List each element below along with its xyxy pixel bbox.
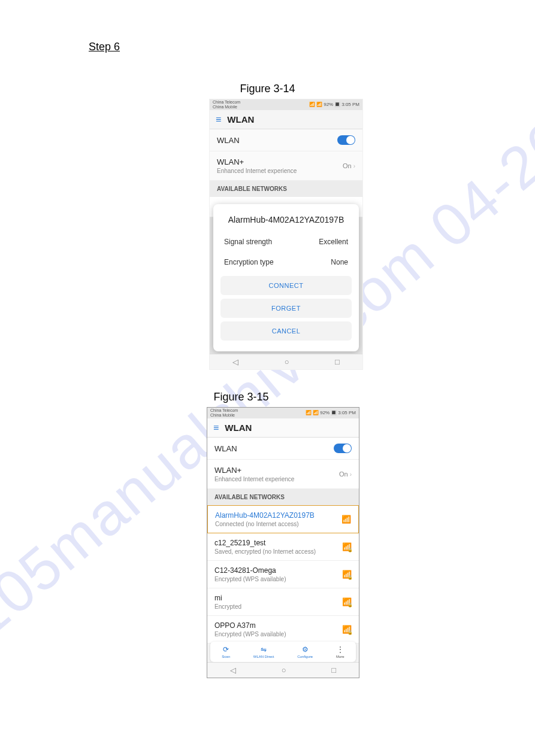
title-bar: ≡ WLAN — [210, 110, 362, 129]
configure-button[interactable]: ⚙ Configure — [297, 645, 313, 658]
network-sub: Encrypted — [214, 603, 241, 610]
connect-button[interactable]: CONNECT — [220, 276, 352, 295]
available-networks-header: AVAILABLE NETWORKS — [210, 181, 362, 197]
carrier-2: China Mobile — [213, 105, 240, 110]
dialog-signal-row: Signal strength Excellent — [213, 232, 359, 252]
scan-label: Scan — [222, 655, 230, 658]
network-sub: Saved, encrypted (no Internet access) — [214, 548, 316, 555]
more-button[interactable]: ⋮ More — [336, 645, 344, 658]
carrier-1: China Telecom — [210, 408, 238, 413]
network-row[interactable]: OPPO A37mEncrypted (WPS available)📶🔒 — [207, 616, 359, 643]
title-bar: ≡ WLAN — [207, 418, 359, 438]
signal-icon: 📶 — [316, 102, 322, 108]
wifi-lock-icon: 📶🔒 — [342, 542, 352, 551]
network-name: C12-34281-Omega — [214, 566, 286, 575]
status-bar: China Telecom China Mobile 📶 📶 92% 🔳 3:0… — [210, 99, 362, 110]
network-row[interactable]: miEncrypted📶🔒 — [207, 588, 359, 616]
phone-screenshot-2: China Telecom China Mobile 📶 📶 92% 🔳 3:0… — [207, 407, 359, 678]
network-sub: Connected (no Internet access) — [215, 521, 315, 527]
network-row[interactable]: c12_25219_testSaved, encrypted (no Inter… — [207, 533, 359, 561]
wifi-lock-icon: 📶🔒 — [342, 570, 352, 579]
wifi-lock-icon: 📶🔒 — [342, 625, 352, 634]
wlan-toggle-row[interactable]: WLAN — [210, 129, 362, 151]
network-sub: Encrypted (WPS available) — [214, 631, 286, 637]
scan-icon: ⟳ — [223, 645, 229, 654]
wlan-toggle[interactable] — [334, 444, 352, 453]
scan-button[interactable]: ⟳ Scan — [222, 645, 230, 658]
status-bar: China Telecom China Mobile 📶 📶 92% 🔳 3:0… — [207, 408, 359, 418]
chevron-right-icon: › — [353, 163, 355, 169]
phone-screenshot-1: China Telecom China Mobile 📶 📶 92% 🔳 3:0… — [209, 99, 363, 370]
encryption-label: Encryption type — [224, 258, 274, 266]
wlan-direct-icon: ⇋ — [261, 645, 267, 654]
more-label: More — [336, 655, 344, 658]
carrier-2: China Mobile — [210, 413, 238, 418]
network-name: c12_25219_test — [214, 539, 316, 547]
figure-caption-1: Figure 3-14 — [0, 83, 535, 95]
wlan-plus-value: On› — [339, 470, 352, 478]
android-nav-bar: ◁ ○ □ — [207, 662, 359, 678]
nav-home-icon[interactable]: ○ — [282, 666, 286, 675]
menu-icon[interactable]: ≡ — [213, 423, 219, 433]
network-sub: Encrypted (WPS available) — [214, 576, 286, 582]
battery-pct: 92% — [324, 102, 333, 108]
wlan-plus-sub: Enhanced Internet experience — [214, 476, 294, 482]
network-name: AlarmHub-4M02A12YAZ0197B — [215, 511, 315, 520]
figure-caption-2: Figure 3-15 — [0, 391, 482, 403]
wlan-toggle-row[interactable]: WLAN — [207, 438, 359, 460]
cancel-button[interactable]: CANCEL — [220, 321, 352, 341]
nav-back-icon[interactable]: ◁ — [230, 666, 236, 675]
wlan-plus-label: WLAN+ — [217, 157, 297, 166]
carrier-1: China Telecom — [213, 100, 240, 105]
wlan-plus-sub: Enhanced Internet experience — [217, 168, 297, 174]
clock: 3:05 PM — [338, 411, 356, 416]
available-networks-header: AVAILABLE NETWORKS — [207, 489, 359, 505]
wifi-status-icon: 📶 — [306, 411, 312, 416]
page-title: WLAN — [227, 114, 254, 125]
configure-label: Configure — [297, 655, 313, 658]
wlan-plus-value: On› — [343, 162, 355, 169]
gear-icon: ⚙ — [302, 645, 309, 654]
wlan-direct-label: WLAN Direct — [253, 655, 274, 658]
bottom-action-bar: ⟳ Scan ⇋ WLAN Direct ⚙ Configure ⋮ More — [210, 642, 356, 662]
wifi-lock-icon: 📶🔒 — [342, 597, 352, 606]
network-name: mi — [214, 594, 241, 602]
signal-strength-value: Excellent — [319, 238, 348, 246]
network-dialog: AlarmHub-4M02A12YAZ0197B Signal strength… — [213, 204, 359, 351]
menu-icon[interactable]: ≡ — [216, 114, 221, 125]
wifi-icon: 📶 — [341, 515, 351, 524]
step-heading: Step 6 — [89, 41, 120, 53]
wlan-toggle[interactable] — [337, 135, 355, 145]
battery-icon: 🔳 — [331, 411, 337, 416]
wlan-plus-row[interactable]: WLAN+ Enhanced Internet experience On› — [207, 460, 359, 489]
android-nav-bar: ◁ ○ □ — [210, 354, 362, 369]
page-title: WLAN — [225, 423, 252, 433]
nav-home-icon[interactable]: ○ — [285, 357, 289, 366]
wlan-direct-button[interactable]: ⇋ WLAN Direct — [253, 645, 274, 658]
wlan-label: WLAN — [214, 444, 237, 453]
nav-back-icon[interactable]: ◁ — [232, 357, 238, 366]
dialog-title: AlarmHub-4M02A12YAZ0197B — [213, 211, 359, 232]
clock: 3:05 PM — [341, 102, 359, 108]
network-row[interactable]: C12-34281-OmegaEncrypted (WPS available)… — [207, 561, 359, 588]
dialog-encryption-row: Encryption type None — [213, 252, 359, 272]
wlan-label: WLAN — [217, 136, 240, 145]
nav-recent-icon[interactable]: □ — [335, 357, 340, 366]
forget-button[interactable]: FORGET — [220, 299, 352, 318]
wifi-status-icon: 📶 — [309, 102, 315, 108]
signal-strength-label: Signal strength — [224, 238, 272, 246]
wlan-plus-label: WLAN+ — [214, 466, 294, 475]
battery-icon: 🔳 — [334, 102, 340, 108]
encryption-value: None — [331, 258, 348, 266]
signal-icon: 📶 — [313, 411, 319, 416]
chevron-right-icon: › — [350, 471, 352, 478]
more-icon: ⋮ — [337, 645, 344, 654]
network-row[interactable]: AlarmHub-4M02A12YAZ0197BConnected (no In… — [207, 505, 359, 533]
network-name: OPPO A37m — [214, 621, 286, 630]
nav-recent-icon[interactable]: □ — [331, 666, 336, 675]
battery-pct: 92% — [320, 411, 330, 416]
wlan-plus-row[interactable]: WLAN+ Enhanced Internet experience On› — [210, 151, 362, 181]
